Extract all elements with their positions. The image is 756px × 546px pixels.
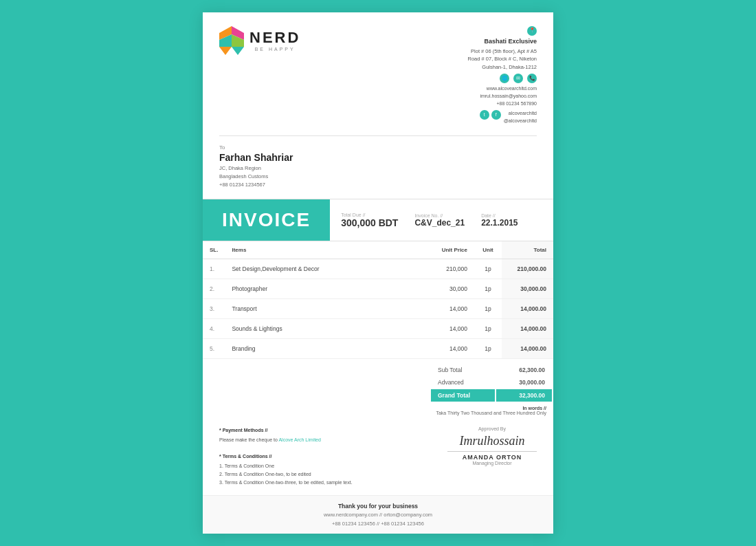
terms-header: * Terms & Conditions // [219, 452, 434, 461]
invoice-title-block: INVOICE [203, 199, 330, 241]
terms-item: 1. Terms & Condition One [219, 462, 434, 470]
cell-total: 14,000.00 [502, 319, 553, 339]
client-details: JC, Dhaka Region Bangladesh Customs +88 … [219, 164, 537, 189]
globe-icon: 🌐 [500, 74, 509, 83]
payment-terms-block: * Payment Methods // Please make the che… [219, 426, 434, 486]
cell-sl: 3. [203, 299, 225, 319]
nerd-logo-icon [219, 26, 244, 55]
meta-total-due: Total Due // 300,000 BDT [341, 212, 398, 228]
invoice-no-label: Invoice No. // [414, 213, 465, 218]
cell-total: 14,000.00 [502, 339, 553, 359]
cell-item: Set Design,Development & Decor [225, 259, 430, 279]
cell-total: 210,000.00 [502, 259, 553, 279]
cell-unit-price: 30,000 [430, 279, 474, 299]
social-icons: t f [480, 110, 501, 120]
terms-item: 3. Terms & Condition One-two-three, to b… [219, 479, 434, 487]
company-address1: Plot # 06 (5th floor), Apt # A5 [468, 47, 537, 55]
in-words-value: Taka Thirty Two Thousand and Three Hundr… [436, 411, 546, 415]
cell-unit: 1p [474, 319, 502, 339]
contact-icons-row: 🌐 ✉ 📞 [468, 74, 537, 83]
footer-line2: +88 01234 123456 // +88 01234 123456 [208, 520, 548, 529]
company-exclusive-name: Bashati Exclusive [468, 37, 537, 47]
cell-sl: 1. [203, 259, 225, 279]
invoice-table: SL. Items Unit Price Unit Total 1. Set D… [203, 241, 553, 359]
cell-item: Transport [225, 299, 430, 319]
cell-total: 30,000.00 [502, 279, 553, 299]
social-row: t f alcovearchltd @alcovearchltd [468, 110, 537, 124]
company-info-block: 📍 Bashati Exclusive Plot # 06 (5th floor… [468, 26, 537, 125]
payment-text: Please make the cheque to Alcove Arch Li… [219, 436, 434, 444]
contact-info: www.alcovearchltd.com imrul.hossain@yaho… [468, 85, 537, 108]
cell-sl: 5. [203, 339, 225, 359]
col-header-sl: SL. [203, 241, 225, 259]
signature-line [447, 451, 537, 452]
col-header-unit: Unit [474, 241, 502, 259]
sub-total-label: Sub Total [431, 364, 495, 375]
company-address3: Gulshan-1, Dhaka-1212 [468, 63, 537, 71]
approver-title: Managing Director [447, 461, 537, 466]
footer-line1: www.nerdcompany.com // orton@company.com [208, 511, 548, 520]
to-label: To [219, 144, 537, 151]
invoice-title: INVOICE [222, 209, 311, 231]
company-name-logo: NERD [249, 29, 300, 47]
sub-total-row: Sub Total 62,300.00 [431, 364, 552, 375]
advanced-row: Advanced 30,000.00 [431, 377, 552, 388]
company-tagline: BE HAPPY [249, 47, 300, 52]
cell-unit-price: 14,000 [430, 299, 474, 319]
client-name: Farhan Shahriar [219, 152, 537, 163]
client-phone: +88 01234 1234567 [219, 181, 537, 189]
twitter-icon: t [480, 110, 489, 120]
meta-invoice-no: Invoice No. // C&V_dec_21 [414, 213, 465, 228]
sub-total-amount: 62,300.00 [496, 364, 552, 375]
meta-date: Date // 22.1.2015 [481, 213, 518, 228]
terms-items: 1. Terms & Condition One2. Terms & Condi… [219, 462, 434, 487]
cell-item: Photographer [225, 279, 430, 299]
grand-total-row: Grand Total 32,300.00 [431, 389, 552, 402]
signature: Imrulhossain [447, 434, 537, 448]
terms-item: 2. Terms & Condition One-two, to be edit… [219, 470, 434, 479]
bill-to-section: To Farhan Shahriar JC, Dhaka Region Bang… [203, 136, 553, 199]
cell-unit: 1p [474, 279, 502, 299]
invoice-footer: Thank you for your business www.nerdcomp… [203, 495, 553, 534]
invoice-no-value: C&V_dec_21 [414, 218, 465, 228]
table-header-row: SL. Items Unit Price Unit Total [203, 241, 553, 259]
table-row: 1. Set Design,Development & Decor 210,00… [203, 259, 553, 279]
date-value: 22.1.2015 [481, 218, 518, 228]
totals-section: Sub Total 62,300.00 Advanced 30,000.00 G… [203, 359, 553, 403]
approval-section: Approved By Imrulhossain AMANDA ORTON Ma… [447, 426, 537, 486]
total-due-value: 300,000 BDT [341, 217, 398, 228]
date-label: Date // [481, 213, 518, 218]
table-row: 2. Photographer 30,000 1p 30,000.00 [203, 279, 553, 299]
payment-payee: Alcove Arch Limited [278, 437, 320, 442]
total-due-label: Total Due // [341, 212, 398, 217]
cell-unit: 1p [474, 339, 502, 359]
logo-text: NERD BE HAPPY [249, 29, 300, 52]
grand-total-label: Grand Total [431, 389, 495, 402]
cell-item: Sounds & Lightings [225, 319, 430, 339]
col-header-total: Total [502, 241, 553, 259]
invoice-header: NERD BE HAPPY 📍 Bashati Exclusive Plot #… [203, 12, 553, 136]
table-row: 4. Sounds & Lightings 14,000 1p 14,000.0… [203, 319, 553, 339]
invoice-meta: Total Due // 300,000 BDT Invoice No. // … [330, 199, 553, 241]
email-icon: ✉ [513, 74, 523, 83]
social-handle: alcovearchltd @alcovearchltd [504, 110, 537, 124]
cell-unit-price: 210,000 [430, 259, 474, 279]
grand-total-amount: 32,300.00 [496, 389, 552, 402]
cell-unit: 1p [474, 259, 502, 279]
thank-you-text: Thank you for your business [208, 501, 548, 511]
invoice-document: NERD BE HAPPY 📍 Bashati Exclusive Plot #… [203, 12, 553, 534]
company-address2: Road # 07, Block # C, Niketon [468, 55, 537, 63]
cell-unit-price: 14,000 [430, 319, 474, 339]
company-email: imrul.hossain@yahoo.com [468, 92, 537, 100]
table-row: 3. Transport 14,000 1p 14,000.00 [203, 299, 553, 319]
company-phone: +88 01234 567890 [468, 100, 537, 107]
cell-sl: 4. [203, 319, 225, 339]
advanced-label: Advanced [431, 377, 495, 388]
location-icon: 📍 [527, 26, 537, 36]
in-words-label: In words // [522, 406, 546, 411]
payment-header: * Payment Methods // [219, 426, 434, 435]
approver-name: AMANDA ORTON [447, 454, 537, 461]
cell-sl: 2. [203, 279, 225, 299]
facebook-icon: f [491, 110, 501, 120]
bottom-section: * Payment Methods // Please make the che… [203, 415, 553, 494]
